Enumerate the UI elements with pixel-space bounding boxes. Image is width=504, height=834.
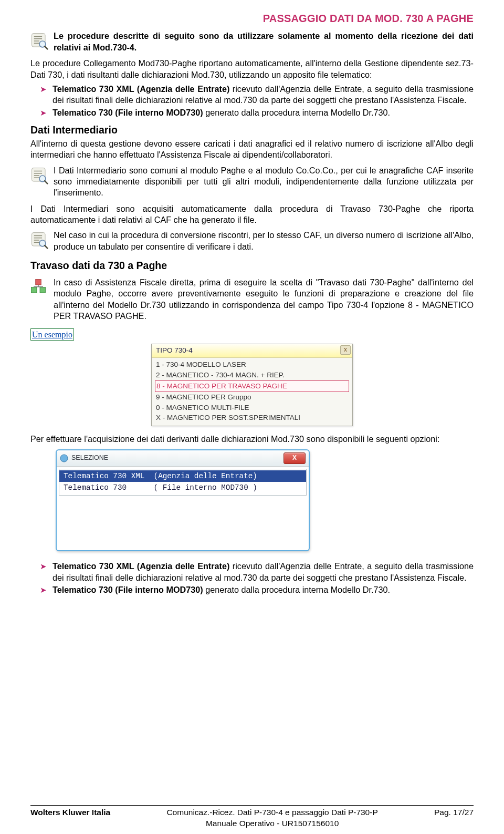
intermediario-note1-text: I Dati Intermediario sono comuni al modu… (54, 165, 474, 199)
section-title-travaso: Travaso dati da 730 a Paghe (30, 259, 474, 273)
bullet-list-2: Telematico 730 XML (Agenzia delle Entrat… (30, 561, 474, 595)
dropdown-option[interactable]: 1 - 730-4 MODELLO LASER (155, 359, 349, 370)
page-footer: Wolters Kluwer Italia Comunicaz.-Ricez. … (30, 805, 474, 829)
magnifier-icon (30, 230, 54, 249)
magnifier-icon (30, 30, 54, 50)
close-icon[interactable]: x (340, 345, 351, 355)
intermediario-p1: All'interno di questa gestione devono es… (30, 138, 474, 161)
intro-plain: Le procedure Collegamento Mod730-Paghe r… (30, 58, 474, 80)
footer-left: Wolters Kluwer Italia (30, 807, 110, 829)
app-icon (60, 454, 68, 462)
page-header-title: PASSAGGIO DATI DA MOD. 730 A PAGHE (30, 12, 474, 25)
intro-bold: Le procedure descritte di seguito sono d… (54, 30, 474, 53)
close-button[interactable]: X (284, 452, 306, 464)
svg-rect-11 (40, 287, 46, 293)
svg-rect-10 (32, 287, 37, 293)
footer-center: Comunicaz.-Ricez. Dati P-730-4 e passagg… (110, 807, 434, 829)
dropdown-option[interactable]: X - MAGNETICO PER SOST.SPERIMENTALI (155, 413, 349, 423)
intro-note-block: Le procedure descritte di seguito sono d… (30, 30, 474, 55)
section-title-intermediario: Dati Intermediario (30, 123, 474, 137)
caution-icon (30, 277, 54, 294)
selezione-option[interactable]: Telematico 730 ( File interno MOD730 ) (59, 482, 306, 494)
footer-right: Pag. 17/27 (434, 807, 474, 829)
dropdown-option-selected[interactable]: 8 - MAGNETICO PER TRAVASO PAGHE (155, 380, 349, 392)
svg-line-2 (45, 47, 47, 49)
intermediario-note-1: I Dati Intermediario sono comuni al modu… (30, 165, 474, 200)
travaso-note-text: In caso di Assistenza Fiscale diretta, p… (54, 277, 474, 322)
svg-line-8 (45, 246, 47, 249)
svg-rect-9 (36, 279, 41, 285)
dropdown-option[interactable]: 2 - MAGNETICO - 730-4 MAGN. + RIEP. (155, 370, 349, 380)
svg-line-5 (45, 181, 47, 183)
selezione-dialog: SELEZIONE X Telematico 730 XML (Agenzia … (56, 449, 310, 552)
acq-options-intro: Per effettuare l'acquisizione dei dati d… (30, 434, 474, 445)
list-item: Telematico 730 (File interno MOD730) gen… (52, 584, 474, 595)
intermediario-note2-text: Nel caso in cui la procedura di conversi… (54, 230, 474, 252)
dropdown-option[interactable]: 0 - MAGNETICO MULTI-FILE (155, 403, 349, 413)
intermediario-note-2: Nel caso in cui la procedura di conversi… (30, 230, 474, 254)
list-item: Telematico 730 XML (Agenzia delle Entrat… (52, 84, 474, 106)
bullet-list-1: Telematico 730 XML (Agenzia delle Entrat… (30, 84, 474, 118)
travaso-note: In caso di Assistenza Fiscale diretta, p… (30, 277, 474, 324)
svg-point-12 (60, 455, 68, 462)
selezione-title: SELEZIONE (71, 454, 108, 462)
magnifier-icon (30, 165, 54, 184)
selezione-option-highlighted[interactable]: Telematico 730 XML (Agenzia delle Entrat… (59, 470, 306, 482)
example-link[interactable]: Un esempio (30, 328, 74, 341)
list-item: Telematico 730 XML (Agenzia delle Entrat… (52, 561, 474, 583)
document-page: PASSAGGIO DATI DA MOD. 730 A PAGHE Le pr… (0, 0, 504, 834)
dropdown-title: TIPO 730-4 (152, 344, 352, 358)
tipo-730-4-dropdown: x TIPO 730-4 1 - 730-4 MODELLO LASER 2 -… (151, 344, 353, 426)
intermediario-p2: I Dati Intermediari sono acquisiti autom… (30, 203, 474, 226)
dropdown-option[interactable]: 9 - MAGNETICO PER Gruppo (155, 392, 349, 403)
list-item: Telematico 730 (File interno MOD730) gen… (52, 107, 474, 118)
